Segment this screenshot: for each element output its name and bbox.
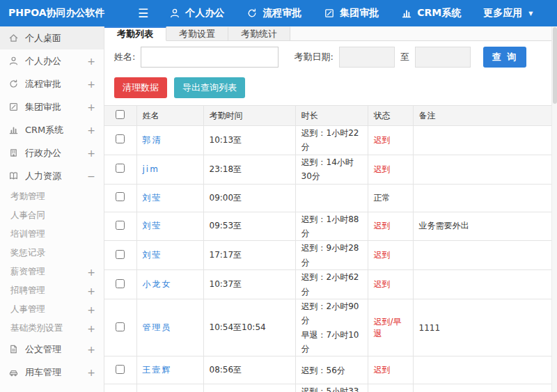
row-select-cell [104, 126, 136, 155]
expand-plus-icon[interactable]: + [87, 79, 95, 89]
export-list-button[interactable]: 导出查询列表 [174, 77, 245, 98]
row-select-cell [104, 212, 136, 241]
duration-cell: 迟到：2小时62分 [295, 270, 368, 299]
row-checkbox[interactable] [116, 322, 125, 331]
attendance-table: 姓名考勤时间时长状态备注 郭清10:13至迟到：1小时22分迟到jim23:18… [104, 105, 557, 392]
attendance-time-cell: 10:54至10:54 [203, 299, 295, 356]
sidebar-subitem-label: 人事合同 [10, 210, 95, 221]
hamburger-menu-icon[interactable]: ☰ [138, 8, 148, 19]
sidebar-item-personal-office[interactable]: 个人办公+ [0, 49, 104, 72]
action-bar: 清理数据 导出查询列表 [104, 73, 557, 105]
employee-name-link[interactable]: 刘莹 [143, 193, 162, 203]
flow-icon [246, 8, 258, 19]
table-row: 黄蓉13:20至13:20迟到：5小时33分 早退：4小时67分迟到/早退 [104, 384, 557, 392]
status-cell: 正常 [368, 184, 413, 212]
sidebar-item-personal-desktop[interactable]: 个人桌面 [0, 26, 104, 49]
expand-plus-icon[interactable]: + [87, 345, 95, 354]
sidebar-item-label: 行政办公 [25, 147, 81, 159]
date-to-input[interactable] [415, 47, 471, 68]
row-checkbox[interactable] [116, 134, 125, 143]
duration-cell [295, 184, 368, 212]
sidebar-subitem-salary-mgmt[interactable]: 薪资管理+ [0, 262, 104, 281]
topnav-item-personal-office[interactable]: 个人办公 [169, 7, 224, 19]
remark-cell [413, 126, 557, 155]
sidebar-item-label: 个人办公 [25, 55, 81, 68]
name-filter-input[interactable] [141, 47, 278, 68]
date-from-input[interactable] [339, 47, 395, 68]
row-checkbox[interactable] [116, 221, 125, 230]
sidebar-subitem-base-category[interactable]: 基础类别设置+ [0, 319, 104, 338]
table-row: 刘莹17:17至迟到：9小时28分迟到 [104, 241, 557, 270]
expand-plus-icon[interactable]: + [87, 56, 95, 66]
employee-name-link[interactable]: 刘莹 [143, 250, 162, 260]
flow-icon [8, 79, 19, 89]
scrollbar-thumb[interactable] [553, 27, 557, 104]
sidebar-subitem-training-mgmt[interactable]: 培训管理 [0, 225, 104, 244]
sidebar-item-workflow-approval[interactable]: 流程审批+ [0, 72, 104, 95]
expand-plus-icon[interactable]: + [87, 286, 95, 296]
expand-plus-icon[interactable]: + [87, 125, 95, 135]
employee-name-link[interactable]: 管理员 [143, 322, 172, 332]
table-row: 刘莹09:53至迟到：1小时88分迟到业务需要外出 [104, 212, 557, 241]
duration-cell: 迟到：14小时30分 [295, 155, 368, 184]
sidebar-subitem-attendance-mgmt[interactable]: 考勤管理 [0, 187, 104, 206]
car-icon [8, 367, 19, 377]
sidebar-item-crm-system[interactable]: CRM系统+ [0, 118, 104, 141]
sidebar-subitem-label: 考勤管理 [10, 191, 95, 203]
sidebar-subitem-label: 基础类别设置 [10, 322, 87, 334]
expand-plus-icon[interactable]: + [87, 324, 95, 334]
row-checkbox[interactable] [116, 192, 125, 201]
attendance-time-cell: 13:20至13:20 [203, 384, 295, 392]
expand-plus-icon[interactable]: + [87, 305, 95, 315]
sidebar-item-group-approval[interactable]: 集团审批+ [0, 95, 104, 118]
edit-icon [8, 102, 19, 112]
sidebar-subitem-recruit-mgmt[interactable]: 招聘管理+ [0, 281, 104, 300]
topbar: PHPOA协同办公软件 ☰ 个人办公流程审批集团审批CRM系统更多应用▼ [0, 0, 557, 26]
sidebar-item-admin-office[interactable]: 行政办公+ [0, 141, 104, 164]
sidebar-item-human-resources[interactable]: 人力资源− [0, 164, 104, 187]
sidebar-item-label: 个人桌面 [25, 32, 95, 45]
row-checkbox[interactable] [116, 164, 125, 173]
clean-data-button[interactable]: 清理数据 [114, 77, 167, 98]
collapse-minus-icon[interactable]: − [87, 171, 95, 181]
expand-plus-icon[interactable]: + [87, 368, 95, 377]
employee-name-link[interactable]: 郭清 [143, 135, 162, 145]
search-button[interactable]: 查 询 [483, 47, 527, 68]
topnav-item-crm-system[interactable]: CRM系统 [401, 7, 461, 19]
column-header: 时长 [295, 106, 368, 126]
row-checkbox[interactable] [116, 279, 125, 288]
remark-cell [413, 270, 557, 299]
remark-cell [413, 184, 557, 212]
row-checkbox[interactable] [116, 365, 125, 374]
sidebar-item-label: 流程审批 [25, 78, 81, 91]
tab-attendance-list[interactable]: 考勤列表 [104, 26, 166, 41]
tab-attendance-settings[interactable]: 考勤设置 [166, 26, 228, 41]
sidebar-item-document-mgmt[interactable]: 公文管理+ [0, 338, 104, 361]
topnav-item-group-approval[interactable]: 集团审批 [324, 7, 379, 19]
status-cell: 迟到 [368, 270, 413, 299]
sidebar-item-label: 人力资源 [25, 170, 81, 182]
row-checkbox[interactable] [116, 250, 125, 259]
employee-name-link[interactable]: jim [143, 164, 159, 174]
topnav-item-label: 更多应用 [483, 7, 522, 19]
sidebar-item-vehicle-mgmt[interactable]: 用车管理+ [0, 361, 104, 384]
date-range-to-label: 至 [400, 51, 409, 63]
expand-plus-icon[interactable]: + [87, 148, 95, 158]
sidebar-subitem-hr-contract[interactable]: 人事合同 [0, 206, 104, 225]
employee-name-link[interactable]: 小龙女 [143, 279, 172, 289]
expand-plus-icon[interactable]: + [87, 267, 95, 277]
topnav-item-workflow-approval[interactable]: 流程审批 [246, 7, 301, 19]
employee-name-link[interactable]: 刘莹 [143, 221, 162, 230]
topnav-item-more-apps[interactable]: 更多应用▼ [483, 7, 533, 19]
sidebar-subitem-reward-punish[interactable]: 奖惩记录 [0, 244, 104, 262]
employee-name-link[interactable]: 王壹辉 [143, 365, 172, 375]
table-row: jim23:18至迟到：14小时30分迟到 [104, 155, 557, 184]
select-all-checkbox[interactable] [116, 110, 125, 119]
vertical-scrollbar[interactable] [551, 26, 557, 392]
status-cell: 迟到 [368, 155, 413, 184]
expand-plus-icon[interactable]: + [87, 102, 95, 112]
user-icon [169, 8, 180, 19]
attendance-time-cell: 10:37至 [203, 270, 295, 299]
tab-attendance-stats[interactable]: 考勤统计 [228, 26, 290, 41]
sidebar-subitem-personnel-mgmt[interactable]: 人事管理+ [0, 300, 104, 319]
